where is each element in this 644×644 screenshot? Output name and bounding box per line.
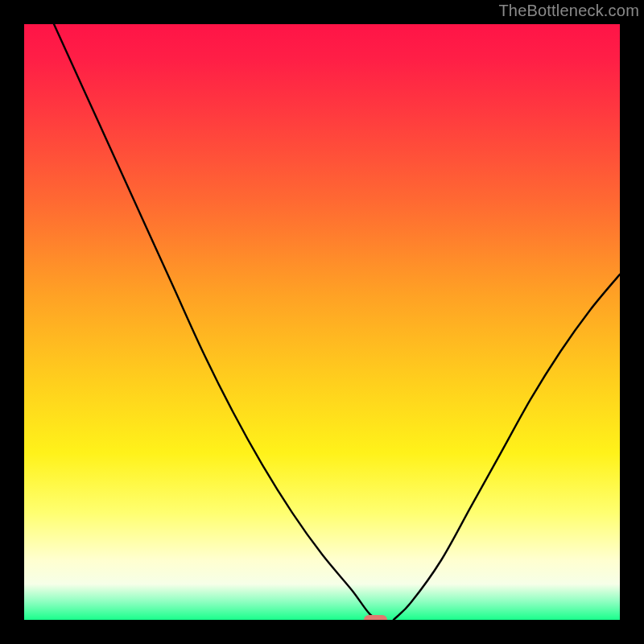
chart-frame: TheBottleneck.com: [0, 0, 644, 644]
bottleneck-curve: [24, 24, 620, 620]
curve-right-branch: [394, 275, 620, 620]
plot-area: [24, 24, 620, 620]
curve-left-branch: [54, 24, 382, 620]
min-marker: [364, 615, 388, 620]
watermark-text: TheBottleneck.com: [498, 2, 639, 20]
